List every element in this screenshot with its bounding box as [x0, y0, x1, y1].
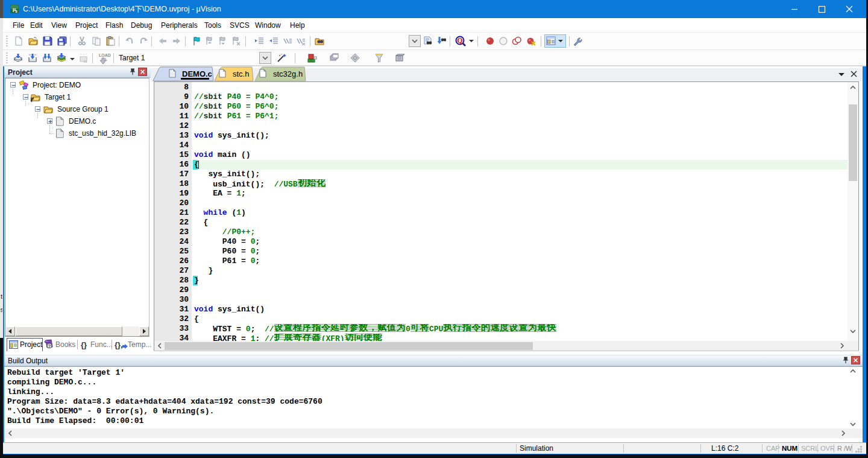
- svg-text:Q: Q: [457, 36, 462, 45]
- svg-text:?: ?: [48, 343, 51, 349]
- svg-text:s: s: [15, 9, 17, 13]
- svg-text:LOAD: LOAD: [99, 53, 111, 57]
